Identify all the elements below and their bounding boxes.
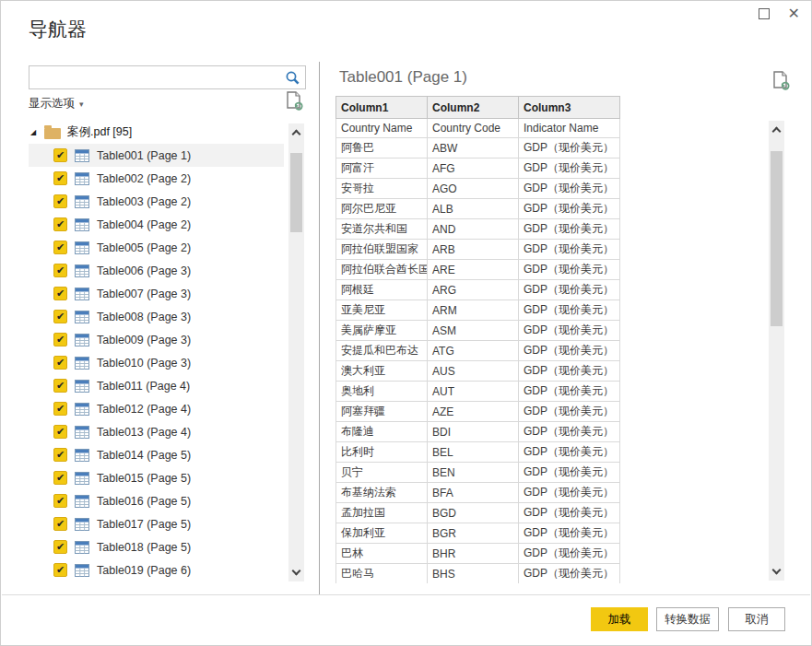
table-cell: 阿拉伯联合酋长国 xyxy=(336,260,428,280)
table-cell: ARE xyxy=(428,260,519,280)
table-cell: 阿根廷 xyxy=(336,280,428,300)
tree-item-table[interactable]: ✔ Table014 (Page 5) xyxy=(29,443,284,466)
table-icon xyxy=(75,218,89,231)
table-cell: AZE xyxy=(428,402,519,422)
table-row: Country NameCountry CodeIndicator Name xyxy=(336,119,620,138)
tree-item-label: Table012 (Page 4) xyxy=(97,403,191,416)
column-header: Column2 xyxy=(428,97,519,119)
preview-refresh-icon[interactable] xyxy=(771,70,792,92)
scrollbar-thumb[interactable] xyxy=(290,153,302,232)
tree-item-table[interactable]: ✔ Table011 (Page 4) xyxy=(29,374,284,397)
checkbox-checked[interactable]: ✔ xyxy=(53,379,67,393)
checkbox-checked[interactable]: ✔ xyxy=(53,264,67,277)
panel-divider xyxy=(319,62,320,594)
tree-item-label: Table017 (Page 5) xyxy=(97,518,191,531)
tree-item-label: Table008 (Page 3) xyxy=(97,311,191,323)
checkbox-checked[interactable]: ✔ xyxy=(53,241,67,254)
tree-item-table[interactable]: ✔ Table002 (Page 2) xyxy=(29,167,284,190)
table-cell: GDP（现价美元） xyxy=(519,382,620,402)
cancel-button[interactable]: 取消 xyxy=(728,607,785,631)
tree-item-table[interactable]: ✔ Table010 (Page 3) xyxy=(29,351,284,374)
table-row: 安提瓜和巴布达ATGGDP（现价美元） xyxy=(336,341,620,361)
table-cell: BHS xyxy=(428,564,519,584)
table-row: 阿富汗AFGGDP（现价美元） xyxy=(336,159,620,179)
table-cell: BFA xyxy=(428,483,519,503)
checkbox-checked[interactable]: ✔ xyxy=(53,471,67,485)
refresh-document-icon[interactable] xyxy=(285,90,305,112)
checkbox-checked[interactable]: ✔ xyxy=(53,171,67,185)
checkbox-checked[interactable]: ✔ xyxy=(53,540,67,554)
tree-item-table[interactable]: ✔ Table019 (Page 6) xyxy=(29,558,284,581)
table-cell: GDP（现价美元） xyxy=(519,240,620,260)
table-row: 澳大利亚AUSGDP（现价美元） xyxy=(336,361,620,382)
table-row: 贝宁BENGDP（现价美元） xyxy=(336,463,620,483)
table-cell: 孟加拉国 xyxy=(336,503,428,523)
scrollbar-thumb[interactable] xyxy=(771,151,783,326)
display-options-dropdown[interactable]: 显示选项 ▾ xyxy=(29,96,84,112)
table-cell: GDP（现价美元） xyxy=(519,300,620,321)
search-icon[interactable] xyxy=(285,70,300,86)
tree-item-table[interactable]: ✔ Table009 (Page 3) xyxy=(29,328,284,351)
table-cell: GDP（现价美元） xyxy=(519,219,620,240)
scroll-down-icon[interactable] xyxy=(292,567,301,576)
maximize-icon[interactable] xyxy=(759,8,770,19)
chevron-down-icon: ▾ xyxy=(79,100,84,109)
checkbox-checked[interactable]: ✔ xyxy=(53,563,67,577)
scroll-up-icon[interactable] xyxy=(772,127,782,136)
tree-item-table[interactable]: ✔ Table005 (Page 2) xyxy=(29,236,284,259)
checkbox-checked[interactable]: ✔ xyxy=(53,425,67,439)
table-cell: BGR xyxy=(428,523,519,544)
checkbox-checked[interactable]: ✔ xyxy=(53,356,67,370)
checkbox-checked[interactable]: ✔ xyxy=(53,402,67,416)
tree-scrollbar[interactable] xyxy=(288,123,304,581)
table-cell: 美属萨摩亚 xyxy=(336,321,428,341)
expander-triangle-icon[interactable]: ◢ xyxy=(29,128,38,136)
checkbox-checked[interactable]: ✔ xyxy=(53,494,67,508)
table-row: 亚美尼亚ARMGDP（现价美元） xyxy=(336,300,620,321)
table-cell: 澳大利亚 xyxy=(336,361,428,382)
tree-item-table[interactable]: ✔ Table006 (Page 3) xyxy=(29,259,284,282)
tree-item-table[interactable]: ✔ Table015 (Page 5) xyxy=(29,466,284,489)
table-row: 布隆迪BDIGDP（现价美元） xyxy=(336,422,620,442)
tree-item-label: Table016 (Page 5) xyxy=(97,495,191,508)
tree-item-table[interactable]: ✔ Table012 (Page 4) xyxy=(29,397,284,420)
table-cell: GDP（现价美元） xyxy=(519,159,620,179)
tree-root-pdf[interactable]: ◢ 案例.pdf [95] xyxy=(29,121,284,144)
preview-scrollbar[interactable] xyxy=(769,121,784,581)
checkbox-checked[interactable]: ✔ xyxy=(53,517,67,531)
display-options-label: 显示选项 xyxy=(29,96,75,112)
table-cell: ARM xyxy=(428,300,519,321)
tree-item-table[interactable]: ✔ Table003 (Page 2) xyxy=(29,190,284,213)
checkbox-checked[interactable]: ✔ xyxy=(53,287,67,300)
checkbox-checked[interactable]: ✔ xyxy=(53,310,67,323)
checkbox-checked[interactable]: ✔ xyxy=(53,194,67,208)
tree-item-table[interactable]: ✔ Table007 (Page 3) xyxy=(29,282,284,305)
tree-item-table[interactable]: ✔ Table008 (Page 3) xyxy=(29,305,284,328)
checkbox-checked[interactable]: ✔ xyxy=(53,217,67,231)
scroll-up-icon[interactable] xyxy=(292,130,301,139)
tree-item-table[interactable]: ✔ Table017 (Page 5) xyxy=(29,512,284,535)
load-button[interactable]: 加载 xyxy=(591,607,648,631)
checkbox-checked[interactable]: ✔ xyxy=(53,333,67,346)
checkbox-checked[interactable]: ✔ xyxy=(53,448,67,462)
checkbox-checked[interactable]: ✔ xyxy=(53,148,67,162)
tree-item-table[interactable]: ✔ Table018 (Page 5) xyxy=(29,535,284,558)
table-icon xyxy=(75,541,89,554)
table-icon xyxy=(75,495,89,508)
table-icon xyxy=(75,472,89,485)
close-icon[interactable]: ✕ xyxy=(788,6,800,21)
tree-item-table[interactable]: ✔ Table013 (Page 4) xyxy=(29,420,284,443)
tree-item-table[interactable]: ✔ Table016 (Page 5) xyxy=(29,489,284,512)
table-icon xyxy=(75,195,89,208)
table-cell: 布基纳法索 xyxy=(336,483,428,503)
table-row: 阿塞拜疆AZEGDP（现价美元） xyxy=(336,402,620,422)
table-icon xyxy=(75,449,89,462)
transform-data-button[interactable]: 转换数据 xyxy=(656,607,719,631)
table-header-row: Column1Column2Column3 xyxy=(336,97,620,119)
tree-item-table[interactable]: ✔ Table001 (Page 1) xyxy=(29,144,284,167)
table-icon xyxy=(75,403,89,416)
navigator-dialog: ✕ 导航器 显示选项 ▾ ◢ 案例.pdf [95] ✔ xyxy=(0,0,812,646)
search-input[interactable] xyxy=(35,67,282,88)
tree-item-table[interactable]: ✔ Table004 (Page 2) xyxy=(29,213,284,236)
scroll-down-icon[interactable] xyxy=(772,566,782,575)
